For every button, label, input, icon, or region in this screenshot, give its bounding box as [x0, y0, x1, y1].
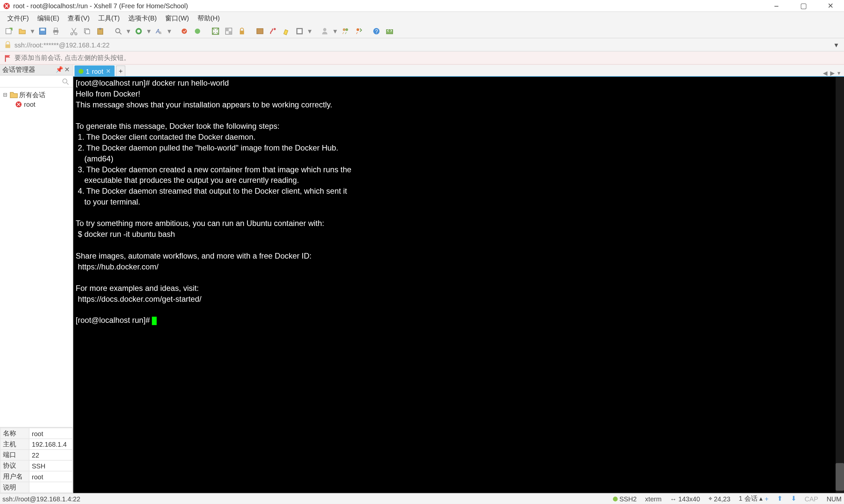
font-icon[interactable]: Aa — [154, 25, 165, 36]
menu-edit[interactable]: 编辑(E) — [34, 12, 63, 24]
tab-close-icon[interactable]: ✕ — [106, 68, 111, 74]
pin-icon[interactable]: 📌 — [56, 66, 62, 74]
tab-next-icon[interactable]: ▶ — [830, 70, 835, 76]
prop-val: root — [29, 428, 72, 439]
transparency-icon[interactable] — [223, 25, 234, 36]
tree-root-label: 所有会话 — [19, 90, 46, 99]
prop-val — [29, 482, 72, 493]
find-icon[interactable] — [113, 25, 124, 36]
folder-icon — [10, 91, 18, 99]
close-button[interactable]: ✕ — [817, 0, 844, 12]
print-icon[interactable] — [50, 25, 61, 36]
minimize-button[interactable]: ‒ — [763, 0, 790, 12]
prop-key: 名称 — [0, 428, 29, 439]
copy-icon[interactable] — [82, 25, 93, 36]
host-key-icon[interactable] — [353, 25, 364, 36]
status-cursor-pos: ⌖24,23 — [708, 495, 730, 503]
tab-list-icon[interactable]: ▾ — [838, 70, 840, 76]
tab-root[interactable]: 1 root ✕ — [74, 65, 115, 76]
svg-rect-12 — [99, 28, 101, 29]
svg-text:?: ? — [375, 28, 378, 34]
svg-point-30 — [343, 28, 345, 31]
status-upload-icon[interactable]: ⬆ — [777, 495, 782, 503]
search-icon — [62, 78, 69, 85]
tab-prev-icon[interactable]: ◀ — [823, 70, 828, 76]
prop-key: 协议 — [0, 460, 29, 471]
status-download-icon[interactable]: ⬇ — [791, 495, 796, 503]
highlight-icon[interactable] — [281, 25, 292, 36]
hint-text: 要添加当前会话, 点击左侧的箭头按钮。 — [15, 53, 131, 62]
open-dropdown-icon[interactable]: ▾ — [30, 25, 35, 36]
svg-point-8 — [75, 33, 77, 35]
props-dropdown-icon[interactable]: ▾ — [307, 25, 312, 36]
menu-tabs[interactable]: 选项卡(B) — [125, 12, 160, 24]
paste-icon[interactable] — [95, 25, 106, 36]
tab-add-button[interactable]: ＋ — [116, 65, 126, 76]
collapse-icon[interactable]: ⊟ — [2, 92, 8, 98]
prop-key: 用户名 — [0, 471, 29, 482]
prop-key: 端口 — [0, 450, 29, 461]
terminal[interactable]: [root@localhost run]# docker run hello-w… — [73, 77, 844, 493]
tree-item-root[interactable]: root — [2, 100, 70, 109]
status-sessions[interactable]: 1 会话 ▴ + — [739, 494, 769, 503]
help-icon[interactable]: ? — [371, 25, 382, 36]
terminal-line: [root@localhost run]# docker run hello-w… — [75, 79, 229, 88]
svg-point-15 — [137, 29, 140, 33]
address-bar[interactable]: ssh://root:******@192.168.1.4:22 ▾ — [0, 38, 844, 52]
terminal-scrollbar[interactable] — [836, 77, 844, 493]
reconnect-icon[interactable] — [179, 25, 190, 36]
svg-rect-23 — [229, 31, 232, 34]
address-dropdown-icon[interactable]: ▾ — [832, 40, 840, 49]
menu-view[interactable]: 查看(V) — [64, 12, 93, 24]
xshell-app-icon — [2, 2, 11, 10]
status-address: ssh://root@192.168.1.4:22 — [2, 495, 604, 502]
cursor — [152, 317, 157, 325]
svg-point-29 — [323, 28, 326, 31]
session-tree[interactable]: ⊟ 所有会话 root — [0, 88, 72, 427]
scrollbar-thumb[interactable] — [836, 463, 844, 491]
title-bar: root - root@localhost:/run - Xshell 7 (F… — [0, 0, 844, 12]
panel-close-icon[interactable]: ✕ — [64, 66, 70, 74]
menu-bar: 文件(F) 编辑(E) 查看(V) 工具(T) 选项卡(B) 窗口(W) 帮助(… — [0, 12, 844, 24]
svg-point-18 — [182, 28, 187, 34]
fullscreen-icon[interactable] — [210, 25, 221, 36]
menu-help[interactable]: 帮助(H) — [194, 12, 224, 24]
color-scheme-icon[interactable] — [133, 25, 144, 36]
connection-status-icon — [79, 69, 84, 73]
svg-rect-35 — [5, 44, 10, 48]
user-dropdown-icon[interactable]: ▾ — [333, 25, 338, 36]
tree-root[interactable]: ⊟ 所有会话 — [2, 90, 70, 100]
plus-icon[interactable]: + — [764, 495, 769, 502]
disconnect-icon[interactable] — [192, 25, 203, 36]
svg-point-31 — [345, 28, 348, 31]
user-key-icon[interactable] — [340, 25, 351, 36]
menu-file[interactable]: 文件(F) — [4, 12, 32, 24]
color-dropdown-icon[interactable]: ▾ — [147, 25, 151, 36]
menu-window[interactable]: 窗口(W) — [161, 12, 192, 24]
status-term-type: xterm — [645, 495, 662, 502]
address-text: ssh://root:******@192.168.1.4:22 — [15, 41, 110, 49]
maximize-button[interactable]: ▢ — [790, 0, 817, 12]
new-file-transfer-icon[interactable] — [255, 25, 265, 36]
svg-rect-6 — [54, 32, 58, 34]
xftp-icon[interactable] — [384, 25, 395, 36]
status-cap: CAP — [805, 495, 818, 502]
session-search[interactable] — [0, 75, 72, 87]
user-icon[interactable] — [320, 25, 330, 36]
lock-icon[interactable] — [236, 25, 247, 36]
font-dropdown-icon[interactable]: ▾ — [167, 25, 172, 36]
terminal-prompt: [root@localhost run]# — [75, 316, 152, 324]
tab-strip: 1 root ✕ ＋ ◀ ▶ ▾ — [73, 65, 844, 77]
cut-icon[interactable] — [69, 25, 80, 36]
toolbar: ▾ ▾ ▾ Aa ▾ ▾ ▾ ? — [0, 24, 844, 38]
prop-val: 22 — [29, 450, 72, 461]
script-icon[interactable] — [268, 25, 279, 36]
properties-icon[interactable] — [294, 25, 305, 36]
size-icon: ↔ — [670, 495, 676, 502]
find-dropdown-icon[interactable]: ▾ — [126, 25, 131, 36]
new-session-icon[interactable] — [4, 25, 15, 36]
save-icon[interactable] — [37, 25, 48, 36]
open-icon[interactable] — [17, 25, 28, 36]
prop-row: 主机192.168.1.4 — [0, 439, 72, 450]
menu-tools[interactable]: 工具(T) — [94, 12, 123, 24]
